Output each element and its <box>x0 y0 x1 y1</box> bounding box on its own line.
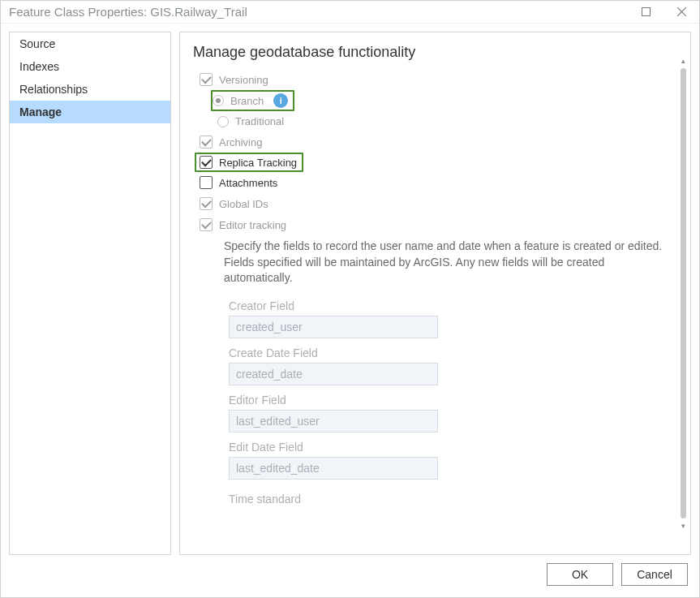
branch-label: Branch <box>230 95 264 107</box>
editor-field-label: Editor Field <box>229 394 679 407</box>
maximize-button[interactable] <box>628 1 663 24</box>
global-ids-label: Global IDs <box>219 198 268 210</box>
footer: OK Cancel <box>1 555 699 597</box>
archiving-checkbox <box>200 136 213 148</box>
time-standard-label: Time standard <box>193 493 679 506</box>
window: Feature Class Properties: GIS.Railway_Tr… <box>0 0 700 598</box>
content-scroll[interactable]: Manage geodatabase functionality Version… <box>180 32 690 554</box>
window-controls <box>628 1 699 24</box>
svg-rect-0 <box>642 8 650 16</box>
ok-button[interactable]: OK <box>547 563 613 586</box>
scrollbar[interactable]: ▴ ▾ <box>677 55 689 531</box>
versioning-checkbox <box>200 73 213 86</box>
editor-field-input[interactable] <box>229 410 438 432</box>
editor-tracking-description: Specify the fields to record the user na… <box>193 235 679 293</box>
attachments-row[interactable]: Attachments <box>193 172 679 193</box>
replica-tracking-highlight: Replica Tracking <box>195 153 303 172</box>
global-ids-row: Global IDs <box>193 193 679 214</box>
sidebar-item-relationships[interactable]: Relationships <box>10 78 170 101</box>
global-ids-checkbox <box>200 197 213 210</box>
titlebar: Feature Class Properties: GIS.Railway_Tr… <box>1 1 699 24</box>
traditional-label: Traditional <box>235 115 284 127</box>
editor-tracking-label: Editor tracking <box>219 219 286 231</box>
scroll-down-icon[interactable]: ▾ <box>677 520 689 531</box>
creator-field-label: Creator Field <box>229 299 679 312</box>
creator-field-input[interactable] <box>229 316 438 338</box>
sidebar-item-indexes[interactable]: Indexes <box>10 55 170 78</box>
edit-date-field-input[interactable] <box>229 457 438 480</box>
create-date-field-input[interactable] <box>229 363 438 385</box>
versioning-label: Versioning <box>219 74 268 86</box>
traditional-row: Traditional <box>193 111 679 131</box>
replica-tracking-label: Replica Tracking <box>219 157 297 169</box>
archiving-row: Archiving <box>193 131 679 153</box>
editor-tracking-checkbox <box>200 218 213 231</box>
sidebar: Source Indexes Relationships Manage <box>9 32 171 555</box>
close-button[interactable] <box>663 1 699 24</box>
edit-date-field-label: Edit Date Field <box>229 441 679 454</box>
content-panel: Manage geodatabase functionality Version… <box>179 32 691 555</box>
cancel-button[interactable]: Cancel <box>621 563 688 586</box>
traditional-radio <box>217 116 229 127</box>
editor-tracking-fields: Creator Field Create Date Field Editor F… <box>193 299 679 488</box>
scroll-up-icon[interactable]: ▴ <box>677 55 689 67</box>
branch-radio <box>213 95 224 106</box>
archiving-label: Archiving <box>219 136 262 148</box>
sidebar-item-source[interactable]: Source <box>10 32 170 55</box>
versioning-row: Versioning <box>193 69 679 90</box>
close-icon <box>677 7 686 16</box>
create-date-field-label: Create Date Field <box>229 346 679 359</box>
maximize-icon <box>642 7 651 16</box>
body: Source Indexes Relationships Manage Mana… <box>1 24 699 555</box>
attachments-label: Attachments <box>219 177 277 189</box>
info-icon[interactable]: i <box>273 93 288 108</box>
branch-highlight: Branch i <box>211 90 294 111</box>
editor-tracking-row: Editor tracking <box>193 214 679 235</box>
sidebar-item-manage[interactable]: Manage <box>10 101 170 123</box>
content-heading: Manage geodatabase functionality <box>193 44 679 61</box>
scrollbar-thumb[interactable] <box>681 68 686 518</box>
replica-tracking-checkbox[interactable] <box>200 156 213 169</box>
window-title: Feature Class Properties: GIS.Railway_Tr… <box>9 5 628 19</box>
attachments-checkbox[interactable] <box>200 176 213 189</box>
